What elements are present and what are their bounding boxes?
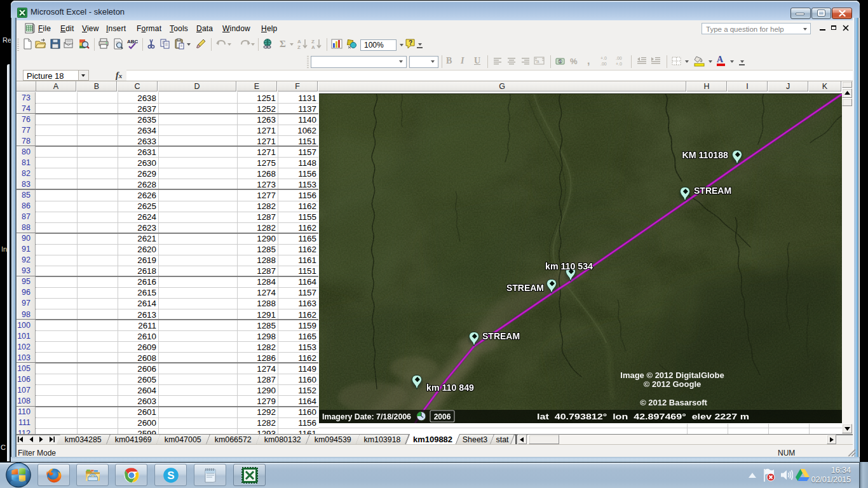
svg-text:STREAM: STREAM [506,283,544,293]
svg-text:?: ? [409,39,412,46]
svg-text:2006: 2006 [434,412,451,421]
svg-text:STREAM: STREAM [482,331,520,341]
svg-text:Imagery Date: 7/18/2006: Imagery Date: 7/18/2006 [322,412,411,421]
svg-text:+.0: +.0 [616,62,622,66]
svg-text:.00: .00 [616,56,622,60]
svg-text:km 110 534: km 110 534 [545,261,593,271]
svg-text:Z: Z [311,39,315,44]
svg-text:STREAM: STREAM [694,186,731,196]
svg-text:© 2012 Google: © 2012 Google [644,379,702,389]
svg-text:lat 40.793812° lon 42.89746: lat 40.793812° lon 42.897469° elev 2227 … [537,412,749,421]
svg-text:+.0: +.0 [600,56,607,60]
svg-text:km 110 849: km 110 849 [426,383,474,393]
svg-text:Image © 2012 DigitalGlobe: Image © 2012 DigitalGlobe [620,370,724,380]
svg-text:$: $ [559,59,562,64]
svg-text:A: A [311,44,315,50]
svg-text:.00: .00 [600,62,607,66]
svg-text:KM 110188: KM 110188 [682,150,728,160]
svg-text:A: A [297,39,301,44]
svg-text:ABC: ABC [127,39,138,44]
svg-text:a: a [536,58,539,64]
svg-text:Z: Z [297,44,301,50]
svg-text:© 2012 Basarsoft: © 2012 Basarsoft [640,398,707,407]
svg-text:S: S [167,470,174,482]
